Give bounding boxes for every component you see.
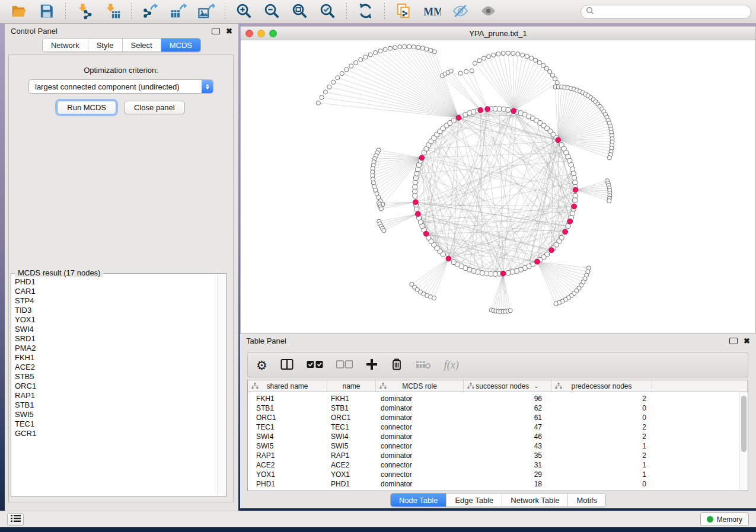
fan-node[interactable] (359, 57, 363, 62)
mcds-result-item[interactable]: STB5 (12, 372, 218, 382)
tab-network[interactable]: Network (43, 39, 88, 52)
export-image-button[interactable] (194, 1, 218, 23)
ring-node[interactable] (570, 167, 575, 172)
mcds-dominator-node[interactable] (419, 155, 425, 161)
fan-node[interactable] (331, 80, 336, 84)
ring-node[interactable] (414, 207, 419, 211)
table-row[interactable]: SWI4SWI4dominator462 (248, 432, 748, 441)
fan-node[interactable] (477, 59, 481, 63)
select-all-button[interactable] (307, 360, 323, 370)
zoom-selected-button[interactable] (315, 1, 340, 23)
fan-node[interactable] (336, 76, 340, 80)
fan-node[interactable] (327, 85, 331, 89)
table-row[interactable]: ORC1ORC1dominator610 (248, 413, 748, 422)
export-network-button[interactable] (138, 1, 162, 23)
fan-node[interactable] (555, 81, 559, 85)
mcds-dominator-node[interactable] (572, 204, 577, 209)
mcds-result-item[interactable]: TID3 (12, 306, 218, 315)
fan-node[interactable] (541, 63, 546, 68)
mcds-result-item[interactable]: YOX1 (12, 315, 218, 325)
fan-node[interactable] (554, 302, 558, 306)
mcds-list-scrollbar[interactable] (217, 274, 225, 496)
mcds-dominator-node[interactable] (478, 107, 483, 113)
column-header-MCDS-role[interactable]: MCDS role (376, 380, 464, 392)
delete-column-button[interactable] (391, 358, 403, 372)
fan-node[interactable] (607, 156, 611, 160)
fan-node[interactable] (516, 52, 520, 56)
refresh-button[interactable] (353, 1, 378, 23)
mcds-result-item[interactable]: SWI5 (12, 410, 218, 419)
fan-node[interactable] (393, 46, 397, 50)
zoom-fit-button[interactable] (288, 1, 312, 23)
fan-node[interactable] (553, 76, 557, 81)
fan-node[interactable] (316, 101, 320, 105)
run-mcds-button[interactable]: Run MCDS (57, 101, 116, 114)
task-history-button[interactable] (7, 513, 24, 526)
fan-node[interactable] (521, 53, 525, 57)
fan-node[interactable] (506, 51, 510, 55)
fan-node[interactable] (323, 90, 327, 94)
tab-style[interactable]: Style (88, 39, 123, 52)
network-canvas[interactable] (241, 40, 755, 334)
fan-node[interactable] (320, 95, 324, 100)
mcds-dominator-node[interactable] (567, 219, 573, 224)
table-row[interactable]: STB1STB1dominator620 (248, 403, 748, 413)
function-builder-button[interactable]: f(x) (444, 359, 459, 371)
tab-mcds[interactable]: MCDS (161, 39, 200, 52)
memory-button[interactable]: Memory (700, 512, 749, 526)
fan-node[interactable] (349, 64, 353, 68)
fan-node[interactable] (529, 56, 534, 60)
ring-node[interactable] (413, 193, 417, 198)
mcds-dominator-node[interactable] (446, 256, 451, 261)
table-scrollbar-thumb[interactable] (741, 396, 747, 452)
fan-node[interactable] (449, 69, 453, 73)
mcds-dominator-node[interactable] (500, 271, 506, 276)
mcds-result-item[interactable]: STB1 (12, 400, 218, 410)
mcds-dominator-node[interactable] (573, 187, 578, 193)
ring-node[interactable] (451, 118, 456, 123)
ring-node[interactable] (413, 180, 417, 185)
deselect-all-button[interactable] (336, 360, 353, 370)
column-header-shared-name[interactable]: shared name (248, 380, 327, 392)
fan-node[interactable] (363, 55, 368, 59)
table-row[interactable]: SWI5SWI5connector431 (248, 441, 748, 451)
ring-node[interactable] (573, 193, 578, 198)
fan-node[interactable] (537, 60, 541, 65)
mcds-result-item[interactable]: SWI4 (12, 325, 218, 334)
tab-select[interactable]: Select (123, 39, 161, 52)
fan-node[interactable] (373, 50, 377, 55)
fan-node[interactable] (354, 60, 358, 65)
table-row[interactable]: YOX1YOX1connector291 (248, 470, 748, 479)
mcds-result-item[interactable]: RAP1 (12, 391, 218, 400)
mcds-result-item[interactable]: ACE2 (12, 363, 218, 372)
table-row[interactable]: ACE2ACE2connector311 (248, 460, 748, 470)
search-input[interactable] (598, 7, 746, 17)
fan-node[interactable] (432, 50, 436, 54)
zoom-in-button[interactable] (232, 1, 256, 23)
mcds-dominator-node[interactable] (415, 211, 420, 217)
mcds-dominator-node[interactable] (535, 259, 540, 264)
fan-node[interactable] (379, 207, 383, 211)
tab-network-table[interactable]: Network Table (502, 493, 568, 507)
ring-node[interactable] (451, 259, 456, 264)
export-table-button[interactable] (166, 1, 190, 23)
fan-node[interactable] (420, 46, 425, 50)
fan-node[interactable] (501, 51, 505, 55)
fan-node[interactable] (496, 52, 500, 56)
float-icon[interactable] (212, 28, 220, 34)
fan-node[interactable] (382, 229, 386, 233)
fan-node[interactable] (432, 296, 436, 300)
fan-node[interactable] (492, 53, 496, 57)
mcds-dominator-node[interactable] (413, 200, 418, 205)
fan-node[interactable] (508, 309, 512, 313)
ring-node[interactable] (566, 223, 570, 228)
column-header-name[interactable]: name (327, 380, 376, 392)
fan-node[interactable] (482, 56, 486, 60)
mcds-result-item[interactable]: FKH1 (12, 353, 218, 363)
mcds-dominator-node[interactable] (423, 231, 429, 236)
mcds-dominator-node[interactable] (556, 137, 561, 143)
hide-selected-button[interactable] (448, 1, 473, 23)
table-row[interactable]: RAP1RAP1dominator352 (248, 451, 748, 460)
mcds-dominator-node[interactable] (511, 108, 516, 114)
fan-node[interactable] (486, 55, 490, 59)
